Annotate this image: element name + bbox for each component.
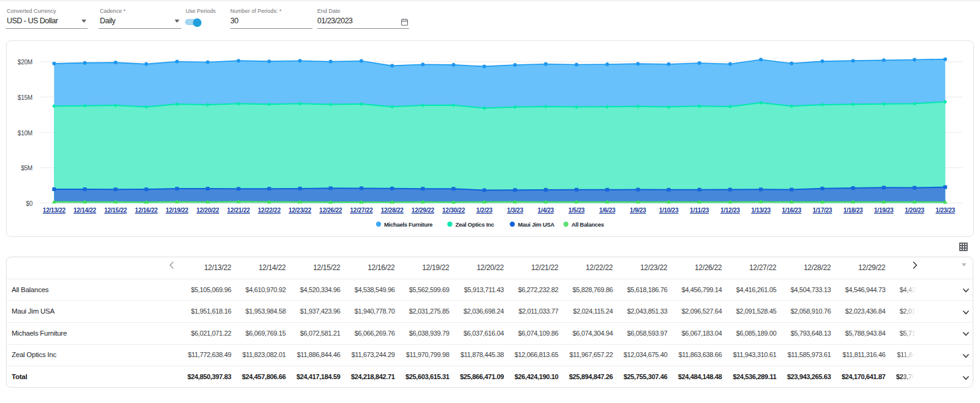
svg-text:$10M: $10M [18, 130, 32, 137]
svg-text:1/19/23: 1/19/23 [874, 207, 894, 214]
svg-text:1/2/23: 1/2/23 [477, 207, 493, 214]
svg-text:12/16/22: 12/16/22 [135, 207, 158, 214]
svg-text:$5M: $5M [21, 165, 32, 171]
svg-text:1/10/23: 1/10/23 [659, 207, 679, 214]
svg-text:12/26/22: 12/26/22 [319, 207, 342, 214]
svg-text:Michaels Furniture: Michaels Furniture [384, 221, 432, 228]
svg-text:12/19/22: 12/19/22 [166, 207, 189, 214]
svg-text:12/21/22: 12/21/22 [227, 207, 251, 214]
svg-text:1/4/23: 1/4/23 [538, 207, 554, 214]
svg-text:1/6/23: 1/6/23 [599, 207, 616, 214]
svg-text:Maui Jim USA: Maui Jim USA [518, 221, 554, 228]
svg-text:All Balances: All Balances [571, 221, 604, 228]
svg-text:1/23/23: 1/23/23 [935, 207, 955, 214]
svg-text:12/29/22: 12/29/22 [412, 207, 435, 214]
svg-text:12/15/22: 12/15/22 [104, 207, 127, 214]
svg-text:1/13/23: 1/13/23 [751, 207, 771, 214]
svg-text:$20M: $20M [18, 59, 32, 66]
svg-text:$0: $0 [26, 200, 32, 207]
svg-text:12/23/22: 12/23/22 [288, 207, 312, 214]
svg-text:1/3/23: 1/3/23 [507, 207, 524, 214]
svg-text:12/20/22: 12/20/22 [197, 207, 220, 214]
svg-text:1/20/23: 1/20/23 [905, 207, 924, 214]
svg-text:12/13/22: 12/13/22 [43, 207, 66, 214]
svg-text:1/17/23: 1/17/23 [813, 207, 832, 214]
svg-text:1/16/23: 1/16/23 [782, 207, 802, 214]
svg-text:1/9/23: 1/9/23 [630, 207, 646, 214]
svg-text:12/30/22: 12/30/22 [442, 207, 466, 214]
svg-text:$15M: $15M [18, 94, 32, 101]
svg-text:12/22/22: 12/22/22 [258, 207, 281, 214]
svg-text:12/27/22: 12/27/22 [350, 207, 374, 214]
svg-text:1/18/23: 1/18/23 [843, 207, 863, 214]
svg-text:12/14/22: 12/14/22 [74, 207, 97, 214]
svg-text:1/5/23: 1/5/23 [568, 207, 585, 214]
svg-text:12/28/22: 12/28/22 [381, 207, 404, 214]
svg-text:Zeal Optics Inc: Zeal Optics Inc [455, 221, 494, 228]
svg-text:1/12/23: 1/12/23 [720, 207, 740, 214]
svg-text:1/11/23: 1/11/23 [690, 207, 709, 214]
